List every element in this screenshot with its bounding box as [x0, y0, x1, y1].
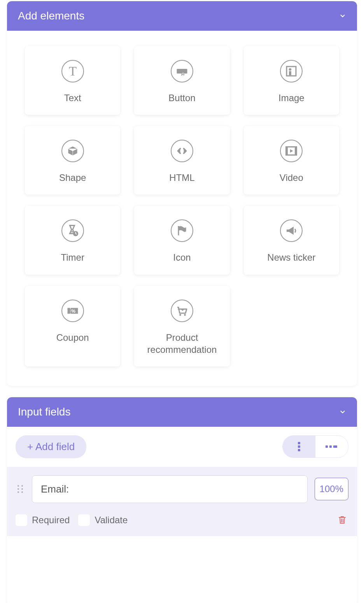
element-text[interactable]: T Text	[25, 46, 120, 115]
element-coupon[interactable]: % Coupon	[25, 286, 120, 366]
element-label: Coupon	[56, 331, 89, 344]
elements-grid: T Text Button Image Shape	[25, 46, 339, 366]
cart-icon	[171, 300, 193, 322]
add-field-button[interactable]: + Add field	[16, 435, 86, 458]
svg-text:%: %	[71, 308, 75, 314]
add-elements-header[interactable]: Add elements	[7, 1, 357, 31]
svg-point-22	[18, 491, 19, 493]
element-label: Timer	[61, 251, 84, 263]
trash-icon	[338, 515, 347, 525]
svg-rect-15	[326, 445, 328, 448]
input-fields-toolbar: + Add field	[7, 427, 357, 467]
megaphone-icon	[280, 219, 303, 242]
svg-rect-17	[333, 445, 337, 448]
element-html[interactable]: HTML	[134, 126, 229, 195]
element-label: Text	[64, 92, 81, 104]
element-label: Button	[168, 92, 195, 104]
coupon-icon: %	[61, 300, 84, 322]
svg-point-19	[21, 485, 23, 487]
svg-point-3	[289, 68, 292, 71]
image-icon	[280, 60, 303, 82]
element-timer[interactable]: Timer	[25, 206, 120, 274]
svg-rect-4	[289, 71, 291, 75]
view-horizontal-button[interactable]	[315, 436, 348, 458]
validate-label: Validate	[94, 515, 128, 526]
shape-icon	[61, 140, 84, 162]
element-button[interactable]: Button	[134, 46, 229, 115]
field-row: 100% Required Validate	[7, 467, 357, 536]
checkbox-box	[78, 514, 90, 526]
horizontal-dots-icon	[325, 444, 339, 449]
add-elements-panel: Add elements T Text Button	[7, 1, 357, 386]
svg-rect-6	[286, 147, 288, 155]
svg-point-10	[179, 314, 181, 316]
required-checkbox[interactable]: Required	[16, 514, 70, 526]
drag-handle[interactable]	[16, 484, 25, 494]
drag-handle-icon	[17, 484, 24, 494]
svg-rect-7	[295, 147, 297, 155]
input-fields-panel: Input fields + Add field 1	[7, 397, 357, 603]
field-label-input[interactable]	[32, 475, 308, 503]
element-video[interactable]: Video	[244, 126, 339, 195]
field-row-options: Required Validate	[16, 513, 348, 528]
element-label: Video	[280, 172, 303, 184]
svg-point-21	[21, 488, 23, 490]
vertical-dots-icon	[296, 441, 302, 452]
validate-checkbox[interactable]: Validate	[78, 514, 128, 526]
chevron-down-icon	[339, 408, 346, 415]
view-toggle	[282, 435, 348, 458]
button-icon	[171, 60, 193, 82]
svg-rect-14	[298, 449, 300, 451]
required-label: Required	[32, 515, 70, 526]
panel-bottom-space	[7, 536, 357, 603]
video-icon	[280, 140, 303, 162]
element-label: Product recommendation	[138, 331, 226, 356]
field-row-main: 100%	[16, 475, 348, 503]
svg-point-18	[18, 485, 19, 487]
element-news-ticker[interactable]: News ticker	[244, 206, 339, 274]
svg-rect-12	[298, 442, 300, 444]
element-label: Shape	[59, 172, 86, 184]
svg-point-23	[21, 491, 23, 493]
timer-icon	[61, 219, 84, 242]
text-icon: T	[61, 60, 84, 82]
element-label: HTML	[169, 172, 194, 184]
delete-field-button[interactable]	[336, 513, 348, 528]
add-elements-title: Add elements	[18, 10, 84, 22]
element-icon[interactable]: Icon	[134, 206, 229, 274]
element-image[interactable]: Image	[244, 46, 339, 115]
element-product-recommendation[interactable]: Product recommendation	[134, 286, 229, 366]
svg-point-11	[184, 314, 186, 316]
flag-icon	[171, 219, 193, 242]
checkbox-box	[16, 514, 27, 526]
code-icon	[171, 140, 193, 162]
svg-rect-13	[298, 445, 300, 448]
svg-rect-1	[177, 69, 187, 74]
element-shape[interactable]: Shape	[25, 126, 120, 195]
view-vertical-button[interactable]	[283, 436, 315, 458]
svg-point-20	[18, 488, 19, 490]
svg-rect-16	[329, 445, 332, 448]
element-label: Image	[278, 92, 304, 104]
element-label: Icon	[173, 251, 191, 263]
field-width-badge[interactable]: 100%	[315, 478, 348, 500]
add-elements-body: T Text Button Image Shape	[7, 31, 357, 386]
input-fields-title: Input fields	[18, 406, 70, 418]
element-label: News ticker	[267, 251, 315, 263]
chevron-down-icon	[339, 12, 346, 19]
input-fields-header[interactable]: Input fields	[7, 397, 357, 427]
svg-text:T: T	[69, 64, 77, 78]
